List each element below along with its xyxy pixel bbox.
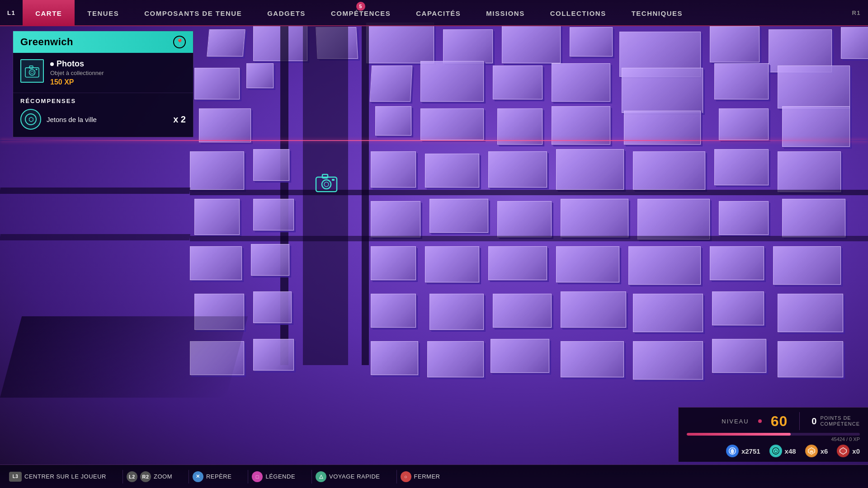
points-label-line2: COMPÉTENCE [820,421,860,427]
points-row: 0 POINTS DE COMPÉTENCE [811,415,860,427]
currency-teal: ⬡x48 [769,445,796,457]
bottom-control-repere[interactable]: ✕REPÈRE [193,471,231,482]
separator-3 [248,470,248,483]
nav-items: CARTETENUESCOMPOSANTS DE TENUEGADGETS5CO… [23,0,695,25]
svg-point-2 [324,182,329,187]
button-right-zoom[interactable]: R2 [140,471,151,482]
svg-rect-9 [36,69,38,70]
reward-name: Jetons de la ville [47,116,168,123]
item-details: Photos Objet à collectionner 150 XP [50,59,104,86]
currency-row: x2751⬡x48Wx6x0 [687,445,860,457]
xp-bar-container [687,433,860,436]
token-icon: ⬡ [24,113,37,126]
stat-divider [799,412,800,430]
nav-item-competences[interactable]: 5COMPÉTENCES [318,0,403,26]
currency-icon-red [837,445,849,457]
nav-label-tenues: TENUES [87,9,119,17]
bottom-control-zoom[interactable]: L2R2ZOOM [127,471,172,482]
level-row: NIVEAU 60 0 POINTS DE COMPÉTENCE [687,412,860,430]
nav-label-gadgets: GADGETS [267,9,306,17]
points-label-block: POINTS DE COMPÉTENCE [820,415,860,427]
button-legende[interactable]: □ [252,471,263,482]
svg-rect-4 [332,179,335,181]
location-header: Greenwich 📍 [13,31,193,53]
bottom-label-legende: LÉGENDE [265,473,295,480]
bottom-bar: L3CENTRER SUR LE JOUEURL2R2ZOOM✕REPÈRE□L… [0,465,868,488]
reward-row: ⬡ Jetons de la ville x 2 [20,109,186,130]
bottom-control-center[interactable]: L3CENTRER SUR LE JOUEUR [9,472,106,482]
svg-point-7 [31,71,34,74]
item-icon [20,59,44,83]
svg-point-1 [322,180,331,189]
level-dot [758,419,762,423]
separator-4 [311,470,312,483]
nav-item-capacites[interactable]: CAPACITÉS [403,0,473,26]
camera-icon [314,172,339,192]
nav-label-capacites: CAPACITÉS [416,9,461,17]
bottom-label-center: CENTRER SUR LE JOUEUR [24,473,106,480]
button-center[interactable]: L3 [9,472,22,482]
nav-label-collections: COLLECTIONS [550,9,606,17]
currency-icon-blue [726,445,739,457]
location-pin-icon: 📍 [173,36,186,48]
bottom-label-fermer: FERMER [414,473,440,480]
item-xp: 150 XP [50,78,104,86]
item-type: Objet à collectionner [50,70,104,76]
level-label: NIVEAU [722,418,749,425]
points-label-line1: POINTS DE [820,415,860,421]
button-fermer[interactable]: ○ [401,471,411,482]
bottom-controls: L3CENTRER SUR LE JOUEURL2R2ZOOM✕REPÈRE□L… [9,470,859,483]
currency-blue: x2751 [726,445,760,457]
currency-value-orange: x6 [821,447,828,455]
svg-rect-8 [29,66,33,68]
level-value: 60 [771,413,788,430]
reward-icon: ⬡ [20,109,41,130]
nav-label-composants: COMPOSANTS DE TENUE [144,9,242,17]
button-repere[interactable]: ✕ [193,471,203,482]
currency-value-blue: x2751 [741,447,760,455]
rewards-title: RÉCOMPENSES [20,98,186,104]
points-block: 0 POINTS DE COMPÉTENCE [811,415,860,427]
reward-count: x 2 [173,114,186,125]
svg-text:⬡: ⬡ [774,449,778,454]
xp-bar-fill [687,433,791,436]
points-section: 0 POINTS DE COMPÉTENCE [811,415,860,427]
nav-item-carte[interactable]: CARTE [23,0,75,26]
currency-orange: Wx6 [805,445,828,457]
button-voyage[interactable]: △ [316,471,326,482]
stats-panel: NIVEAU 60 0 POINTS DE COMPÉTENCE 45424 /… [678,407,868,462]
separator-1 [123,470,123,483]
rewards-section: RÉCOMPENSES ⬡ Jetons de la ville x 2 [13,93,193,137]
camera-marker[interactable] [314,172,341,195]
item-camera-icon [24,64,40,78]
separator-5 [396,470,397,483]
r1-button[interactable]: R1 [844,0,868,26]
button-left-zoom[interactable]: L2 [127,471,137,482]
svg-text:⬡: ⬡ [28,116,33,123]
nav-label-carte: CARTE [35,9,62,17]
nav-item-missions[interactable]: MISSIONS [473,0,537,26]
nav-item-tenues[interactable]: TENUES [75,0,132,26]
nav-item-composants[interactable]: COMPOSANTS DE TENUE [132,0,255,26]
bottom-label-repere: REPÈRE [206,473,231,480]
svg-text:W: W [810,450,813,454]
separator-2 [189,470,189,483]
xp-text: 45424 / 0 XP [687,436,860,442]
nav-item-collections[interactable]: COLLECTIONS [538,0,619,26]
nav-item-techniques[interactable]: TECHNIQUES [619,0,695,26]
currency-icon-teal: ⬡ [769,445,782,457]
currency-value-teal: x48 [785,447,796,455]
svg-rect-3 [322,174,328,178]
nav-item-gadgets[interactable]: GADGETS [255,0,318,26]
bottom-control-voyage[interactable]: △VOYAGE RAPIDE [316,471,380,482]
bottom-control-legende[interactable]: □LÉGENDE [252,471,295,482]
bottom-control-fermer[interactable]: ○FERMER [401,471,440,482]
item-name: Photos [50,59,104,69]
l1-button[interactable]: L1 [0,0,23,26]
scan-line [0,140,868,141]
nav-label-missions: MISSIONS [486,9,524,17]
info-panel: Greenwich 📍 Photos Objet à collectionner… [13,31,193,137]
nav-badge-competences: 5 [356,2,365,11]
top-navigation: L1 CARTETENUESCOMPOSANTS DE TENUEGADGETS… [0,0,868,26]
item-section: Photos Objet à collectionner 150 XP [13,53,193,93]
